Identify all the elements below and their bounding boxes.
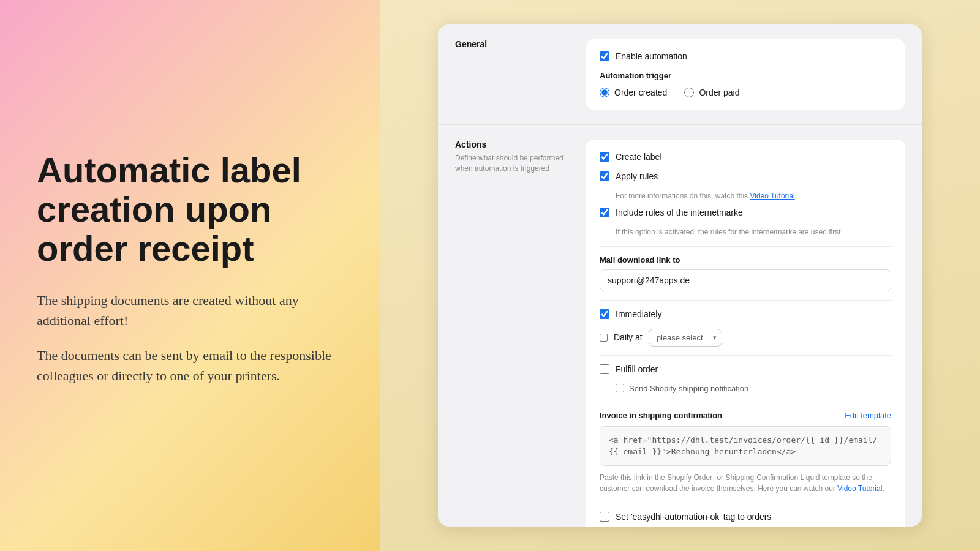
invoice-info-text: Paste this link in the Shopify Order- or…: [600, 472, 891, 494]
shopify-notification-row: Send Shopify shipping notification: [616, 384, 891, 393]
order-paid-radio[interactable]: [684, 88, 694, 97]
daily-at-checkbox[interactable]: [600, 334, 608, 342]
create-label-label[interactable]: Create label: [616, 152, 662, 162]
fulfill-order-checkbox-row: Fulfill order: [600, 364, 891, 374]
immediately-label[interactable]: Immediately: [616, 309, 662, 319]
daily-at-label[interactable]: Daily at: [614, 332, 643, 342]
fulfill-order-row: Fulfill order Send Shopify shipping noti…: [600, 364, 891, 393]
actions-label: Actions Define what should be performed …: [455, 140, 571, 527]
general-inner-card: Enable automation Automation trigger Ord…: [586, 39, 905, 110]
apply-rules-checkbox[interactable]: [600, 171, 609, 181]
daily-at-row: Daily at please select 06:00 08:00 10:00…: [600, 329, 891, 347]
general-title: General: [455, 39, 571, 49]
automation-trigger-label: Automation trigger: [600, 71, 891, 80]
edit-template-link[interactable]: Edit template: [845, 411, 891, 420]
actions-inner-card: Create label Apply rules For more inform…: [586, 140, 905, 527]
divider-5: [600, 503, 891, 503]
divider-4: [600, 402, 891, 402]
include-rules-label[interactable]: Include rules of the internetmarke: [616, 208, 743, 217]
set-tag-row: Set 'easydhl-automation-ok' tag to order…: [600, 512, 891, 522]
shopify-notification-label[interactable]: Send Shopify shipping notification: [629, 384, 748, 393]
divider-3: [600, 355, 891, 356]
enable-automation-label[interactable]: Enable automation: [616, 51, 687, 61]
mail-download-input[interactable]: [600, 269, 891, 291]
order-paid-label[interactable]: Order paid: [699, 88, 739, 97]
actions-content: Create label Apply rules For more inform…: [586, 140, 905, 527]
invoice-section-title: Invoice in shipping confirmation: [600, 411, 722, 420]
enable-automation-row: Enable automation: [600, 51, 891, 61]
create-label-checkbox[interactable]: [600, 152, 609, 162]
daily-at-select-wrapper: please select 06:00 08:00 10:00 12:00 14…: [649, 329, 722, 347]
fulfill-order-label[interactable]: Fulfill order: [616, 364, 658, 374]
shopify-notification-checkbox[interactable]: [616, 384, 624, 392]
enable-automation-checkbox[interactable]: [600, 51, 609, 61]
left-panel: Automatic label creation upon order rece…: [0, 0, 380, 551]
actions-desc: Define what should be performed when aut…: [455, 153, 571, 174]
include-rules-sublabel: If this option is activated, the rules f…: [616, 227, 891, 238]
apply-rules-label[interactable]: Apply rules: [616, 171, 658, 181]
immediately-row: Immediately: [600, 309, 891, 319]
invoice-code-box[interactable]: <a href="https://dhl.test/invoices/order…: [600, 426, 891, 466]
para-1: The shipping documents are created witho…: [37, 290, 343, 331]
divider-1: [600, 246, 891, 247]
order-paid-item: Order paid: [684, 88, 739, 97]
main-heading: Automatic label creation upon order rece…: [37, 151, 343, 268]
general-section: General Enable automation Automation tri…: [438, 24, 922, 125]
apply-rules-link[interactable]: Video Tutorial: [750, 192, 794, 200]
set-tag-checkbox[interactable]: [600, 512, 609, 522]
order-created-item: Order created: [600, 88, 667, 97]
actions-title: Actions: [455, 140, 571, 149]
daily-at-select[interactable]: please select 06:00 08:00 10:00 12:00 14…: [649, 329, 722, 347]
general-label: General: [455, 39, 571, 110]
invoice-header-row: Invoice in shipping confirmation Edit te…: [600, 411, 891, 420]
para-2: The documents can be sent by email to th…: [37, 345, 343, 386]
include-rules-checkbox[interactable]: [600, 208, 609, 217]
general-content: Enable automation Automation trigger Ord…: [586, 39, 905, 110]
apply-rules-sublabel: For more informations on this, watch thi…: [616, 191, 891, 201]
set-tag-label[interactable]: Set 'easydhl-automation-ok' tag to order…: [616, 512, 771, 522]
right-panel: General Enable automation Automation tri…: [380, 0, 980, 551]
apply-rules-row: Apply rules: [600, 171, 891, 181]
include-rules-row: Include rules of the internetmarke: [600, 208, 891, 217]
trigger-radio-row: Order created Order paid: [600, 88, 891, 97]
video-tutorial-link[interactable]: Video Tutorial: [837, 484, 882, 493]
order-created-radio[interactable]: [600, 88, 609, 97]
order-created-label[interactable]: Order created: [614, 88, 667, 97]
actions-section: Actions Define what should be performed …: [438, 125, 922, 527]
settings-card: General Enable automation Automation tri…: [438, 24, 922, 527]
divider-2: [600, 300, 891, 301]
create-label-row: Create label: [600, 152, 891, 162]
immediately-checkbox[interactable]: [600, 309, 609, 319]
mail-download-field-label: Mail download link to: [600, 255, 891, 264]
fulfill-order-checkbox[interactable]: [600, 364, 609, 374]
